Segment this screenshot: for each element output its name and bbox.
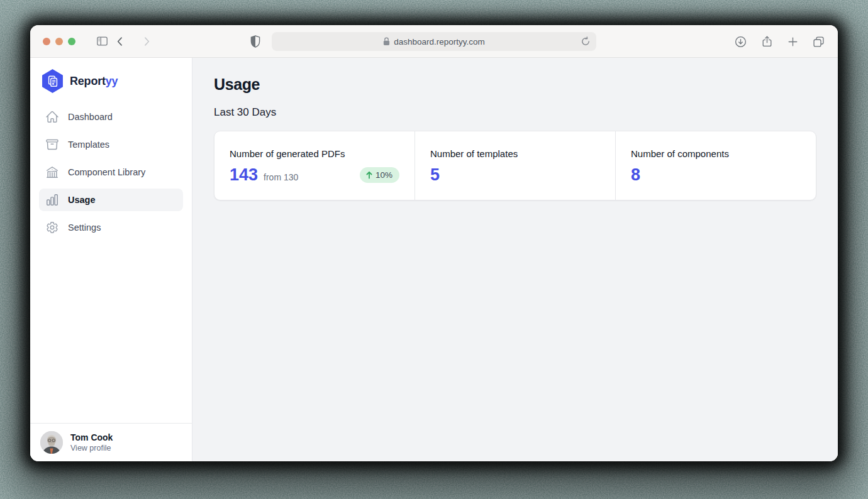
arrow-up-icon	[365, 171, 373, 179]
profile-view-link: View profile	[70, 444, 113, 452]
main-content: Usage Last 30 Days Number of generated P…	[192, 58, 838, 461]
sidebar-item-templates[interactable]: Templates	[39, 133, 183, 156]
tab-overview-button[interactable]	[812, 35, 825, 48]
sidebar-item-settings[interactable]: Settings	[39, 216, 183, 239]
stat-value: 5	[430, 165, 440, 184]
minimize-button[interactable]	[55, 38, 63, 45]
browser-toolbar: dashboard.reportyy.com	[30, 25, 838, 58]
archive-box-icon	[45, 138, 59, 151]
sidebar-toggle-icon	[96, 35, 109, 48]
privacy-report-button[interactable]	[250, 35, 260, 48]
sidebar-item-usage[interactable]: Usage	[39, 189, 183, 211]
lock-icon	[383, 37, 390, 46]
new-tab-icon	[787, 36, 799, 48]
stat-label: Number of generated PDFs	[230, 148, 399, 159]
back-icon	[114, 35, 126, 48]
history-navigation	[114, 35, 153, 48]
sidebar-item-label: Usage	[68, 195, 96, 205]
section-subtitle: Last 30 Days	[214, 106, 816, 119]
sidebar-item-label: Dashboard	[68, 112, 113, 122]
stat-label: Number of templates	[430, 148, 600, 159]
privacy-shield-icon	[250, 35, 260, 48]
forward-icon	[140, 35, 153, 48]
gear-icon	[45, 221, 59, 234]
browser-window: dashboard.reportyy.com	[30, 25, 838, 461]
tab-overview-icon	[812, 35, 825, 48]
avatar	[40, 431, 63, 454]
downloads-button[interactable]	[734, 35, 747, 48]
trend-badge: 10%	[360, 167, 399, 183]
chart-bar-icon	[45, 193, 59, 207]
stat-label: Number of components	[631, 148, 801, 159]
trend-badge-text: 10%	[376, 170, 392, 180]
stat-previous-value: from 130	[264, 172, 298, 182]
stat-card-templates: Number of templates 5	[415, 131, 615, 200]
stat-value: 8	[631, 165, 640, 184]
profile-link[interactable]: Tom Cook View profile	[30, 423, 192, 461]
share-button[interactable]	[760, 35, 774, 48]
sidebar-item-label: Settings	[68, 222, 101, 233]
stat-card-generated-pdfs: Number of generated PDFs 143 from 130 10…	[214, 131, 415, 200]
sidebar-item-label: Templates	[68, 140, 109, 150]
address-bar[interactable]: dashboard.reportyy.com	[272, 32, 596, 51]
downloads-icon	[734, 35, 747, 48]
stat-value: 143	[230, 165, 258, 184]
brand-logo-icon	[42, 69, 64, 94]
brand-name: Reportyy	[70, 75, 118, 88]
sidebar-item-component-library[interactable]: Component Library	[39, 161, 183, 184]
forward-button[interactable]	[140, 35, 153, 48]
stats-panel: Number of generated PDFs 143 from 130 10…	[214, 131, 816, 200]
page-title: Usage	[214, 75, 816, 94]
stat-card-components: Number of components 8	[615, 131, 816, 200]
building-library-icon	[45, 165, 59, 179]
reload-icon	[581, 36, 591, 47]
profile-name: Tom Cook	[70, 432, 113, 442]
brand-logo[interactable]: Reportyy	[30, 58, 192, 93]
zoom-button[interactable]	[68, 38, 75, 45]
share-icon	[760, 35, 774, 48]
desktop: { "desktop": { "background_color": "#7E9…	[0, 0, 868, 499]
close-button[interactable]	[43, 38, 50, 45]
home-icon	[45, 110, 59, 124]
sidebar-item-label: Component Library	[68, 167, 145, 177]
reload-button[interactable]	[581, 36, 591, 47]
sidebar-nav: Dashboard Templates Component Library	[30, 93, 192, 239]
sidebar-toggle-button[interactable]	[96, 35, 109, 48]
back-button[interactable]	[114, 35, 126, 48]
app-sidebar: Reportyy Dashboard Templates	[30, 58, 192, 461]
traffic-lights	[43, 38, 75, 45]
address-bar-url: dashboard.reportyy.com	[394, 37, 485, 47]
sidebar-item-dashboard[interactable]: Dashboard	[39, 106, 183, 128]
new-tab-button[interactable]	[787, 36, 799, 48]
toolbar-right-actions	[734, 25, 825, 58]
